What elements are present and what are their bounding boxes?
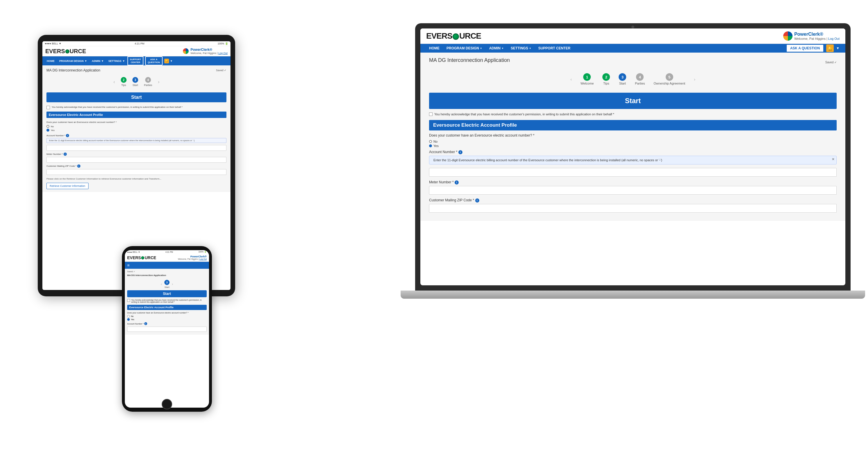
phone-ack-checkbox[interactable] bbox=[127, 299, 130, 302]
account-info-icon[interactable]: i bbox=[458, 150, 462, 154]
step-2[interactable]: 2 Tips bbox=[602, 73, 610, 85]
phone-account-input[interactable] bbox=[127, 326, 207, 332]
radio-yes-option[interactable]: Yes bbox=[429, 144, 837, 148]
phone-header: EVERSURCE PowerClerk® Welcome, Pat Higgi… bbox=[125, 254, 209, 262]
phone-start-banner: Start bbox=[127, 290, 207, 297]
phone-radio-group: No Yes bbox=[127, 315, 207, 321]
tablet-content: MA DG Interconnection Application Saved … bbox=[42, 65, 230, 192]
step-3-circle: 3 bbox=[619, 73, 626, 81]
phone-step-3[interactable]: 3 Start bbox=[164, 280, 169, 289]
tablet-user-arrow[interactable]: ▼ bbox=[170, 60, 173, 62]
nav-admin[interactable]: ADMIN ▼ bbox=[486, 44, 506, 53]
step-1[interactable]: 1 Welcome bbox=[581, 73, 594, 85]
settings-arrow: ▼ bbox=[529, 47, 531, 50]
tablet-yes-dot bbox=[46, 129, 49, 132]
tablet-zip-info[interactable]: i bbox=[77, 165, 81, 168]
tablet-zip-input[interactable] bbox=[46, 169, 226, 175]
tablet-step-2[interactable]: 2 Tips bbox=[121, 77, 127, 87]
tablet-electric-q: Does your customer have an Eversource el… bbox=[46, 121, 226, 123]
tablet-next-arrow[interactable]: › bbox=[158, 79, 159, 85]
nav-support-center[interactable]: SUPPORT CENTER bbox=[535, 44, 574, 53]
tablet-logout-link[interactable]: Log Out bbox=[218, 52, 227, 55]
tablet-powerclerk: PowerClerk® Welcome, Pat Higgins | Log O… bbox=[183, 48, 227, 55]
phone-welcome: Welcome, Pat Higgins | Log Out bbox=[178, 258, 207, 260]
phone-screen: ●●●● BELL ▼ 4:21 PM 100% 🔋 EVERSURCE Pow… bbox=[125, 250, 209, 408]
laptop-meter-label: Meter Number * i bbox=[429, 180, 837, 184]
tablet-section-title: Eversource Electric Account Profile bbox=[46, 112, 226, 118]
notification-bell[interactable]: 🔔 bbox=[826, 45, 834, 52]
tablet-carrier: ●●●● BELL ▼ bbox=[45, 42, 61, 45]
step-3[interactable]: 3 Start bbox=[619, 73, 626, 85]
phone-next-arrow[interactable]: › bbox=[172, 282, 173, 286]
tablet-account-info[interactable]: i bbox=[66, 134, 69, 137]
tablet-welcome: Welcome, Pat Higgins | Log Out bbox=[190, 52, 227, 55]
steps-prev-arrow[interactable]: ‹ bbox=[570, 77, 572, 82]
tablet-step-4-label: Parties bbox=[144, 84, 152, 87]
phone-home-button[interactable] bbox=[162, 399, 172, 409]
tablet-nav: HOME PROGRAM DESIGN ▼ ADMIN ▼ SETTINGS ▼… bbox=[42, 56, 230, 65]
step-5-circle: 5 bbox=[666, 73, 673, 81]
phone-step-3-circle: 3 bbox=[164, 280, 169, 285]
tablet-retrieve-btn[interactable]: Retrieve Customer Information bbox=[46, 183, 89, 189]
nav-settings[interactable]: SETTINGS ▼ bbox=[508, 44, 534, 53]
logout-link[interactable]: Log Out bbox=[828, 37, 840, 40]
tablet-step-3-label: Start bbox=[132, 84, 138, 87]
tablet-nav-settings[interactable]: SETTINGS ▼ bbox=[106, 58, 127, 64]
tablet-nav-program-design[interactable]: PROGRAM DESIGN ▼ bbox=[57, 58, 89, 64]
phone-yes-dot bbox=[127, 318, 130, 321]
phone-section-title: Eversource Electric Account Profile bbox=[127, 305, 207, 310]
steps-next-arrow[interactable]: › bbox=[694, 77, 695, 82]
step-4[interactable]: 4 Parties bbox=[635, 73, 645, 85]
tablet-account-input[interactable] bbox=[46, 145, 226, 151]
user-menu[interactable]: ▼ bbox=[836, 46, 840, 50]
zip-info-icon[interactable]: i bbox=[475, 198, 479, 203]
radio-no-option[interactable]: No bbox=[429, 140, 837, 143]
tablet-nav-home[interactable]: HOME bbox=[45, 58, 57, 64]
step-5-label: Ownership Agreement bbox=[654, 82, 685, 85]
tablet-step-4[interactable]: 4 Parties bbox=[144, 77, 152, 87]
tablet-ack-checkbox[interactable] bbox=[46, 106, 50, 109]
account-number-input[interactable] bbox=[429, 168, 837, 177]
phone-hamburger[interactable]: ≡ bbox=[127, 263, 129, 268]
phone-radio-no[interactable]: No bbox=[127, 315, 207, 318]
tablet-ask-question[interactable]: ASK AQUESTION bbox=[145, 56, 162, 65]
tablet-radio-no[interactable]: No bbox=[46, 125, 226, 128]
phone-radio-yes[interactable]: Yes bbox=[127, 318, 207, 321]
scene: EVERSURCE PowerClerk® Welcome, Pat Higgi… bbox=[0, 0, 868, 464]
tablet-nav-admin[interactable]: ADMIN ▼ bbox=[90, 58, 106, 64]
laptop-electric-question: Does your customer have an Eversource el… bbox=[429, 133, 837, 138]
meter-info-icon[interactable]: i bbox=[455, 180, 459, 184]
meter-number-input[interactable] bbox=[429, 186, 837, 195]
step-2-label: Tips bbox=[603, 82, 609, 85]
tablet-battery: 100% 🔋 bbox=[217, 42, 228, 45]
phone-logout[interactable]: Log Out bbox=[199, 258, 207, 260]
tablet-header: EVERSURCE PowerClerk® Welcome, Pat Higgi… bbox=[42, 46, 230, 56]
tablet-meter-info[interactable]: i bbox=[64, 152, 67, 156]
tablet-step-2-label: Tips bbox=[121, 84, 126, 87]
phone-account-info[interactable]: i bbox=[144, 322, 147, 325]
step-5[interactable]: 5 Ownership Agreement bbox=[654, 73, 685, 85]
tablet-support-center[interactable]: SUPPORTCENTER bbox=[127, 56, 144, 65]
zip-code-input[interactable] bbox=[429, 204, 837, 213]
phone-pc-label: PowerClerk® bbox=[178, 255, 207, 258]
nav-program-design[interactable]: PROGRAM DESIGN ▼ bbox=[443, 44, 485, 53]
tablet-bell[interactable]: 🔔 bbox=[164, 59, 169, 63]
laptop-acknowledge-row: You hereby acknowledge that you have rec… bbox=[429, 112, 837, 116]
phone-battery: 100% 🔋 bbox=[198, 251, 207, 253]
logo-text: EVERSURCE bbox=[426, 31, 481, 41]
phone-device: ●●●● BELL ▼ 4:21 PM 100% 🔋 EVERSURCE Pow… bbox=[122, 246, 212, 412]
tablet-start-banner: Start bbox=[46, 92, 226, 102]
tablet-radio-yes[interactable]: Yes bbox=[46, 129, 226, 132]
tooltip-close-button[interactable]: ✕ bbox=[832, 157, 835, 161]
phone-prev-arrow[interactable]: ‹ bbox=[161, 282, 162, 286]
tablet-meter-input[interactable] bbox=[46, 157, 226, 163]
tablet-step-3[interactable]: 3 Start bbox=[132, 77, 138, 87]
laptop-nav: HOME PROGRAM DESIGN ▼ ADMIN ▼ SETTINGS ▼… bbox=[421, 44, 845, 53]
ask-question-button[interactable]: ASK A QUESTION bbox=[786, 44, 824, 52]
laptop-screen: EVERSURCE PowerClerk® Welcome, Pat Higgi… bbox=[421, 28, 845, 285]
tablet-prev-arrow[interactable]: ‹ bbox=[114, 79, 115, 85]
laptop-logo: EVERSURCE bbox=[426, 31, 481, 41]
acknowledge-checkbox[interactable] bbox=[429, 112, 433, 116]
phone-time: 4:21 PM bbox=[165, 251, 173, 253]
nav-home[interactable]: HOME bbox=[426, 44, 442, 53]
